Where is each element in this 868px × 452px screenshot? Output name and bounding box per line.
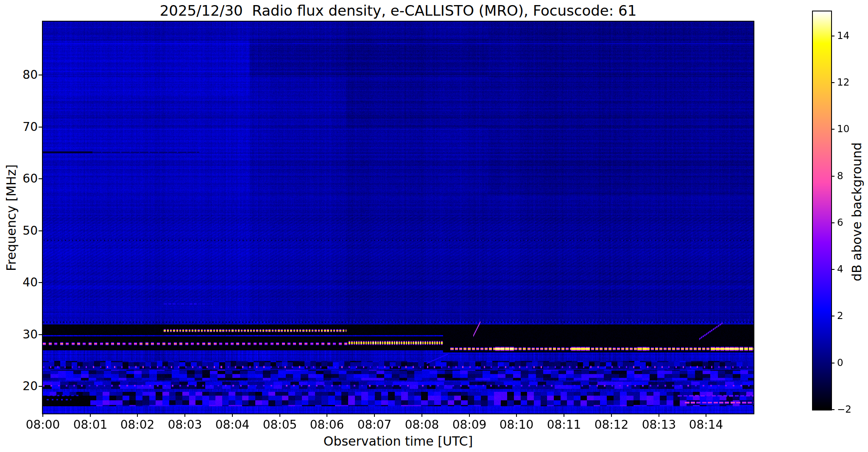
colorbar-tick-mark xyxy=(831,363,835,363)
x-tick-mark xyxy=(659,413,659,417)
y-tick-label: 40 xyxy=(0,275,38,289)
x-tick-mark xyxy=(706,413,706,417)
plot-frame xyxy=(42,21,754,414)
y-tick-mark xyxy=(39,282,42,283)
y-tick-label: 70 xyxy=(0,120,38,134)
x-tick-mark xyxy=(327,413,327,417)
colorbar-tick-label: 14 xyxy=(837,30,862,41)
colorbar-tick-mark xyxy=(831,222,835,223)
colorbar-tick-mark xyxy=(831,36,835,36)
y-tick-mark xyxy=(39,75,42,75)
x-tick-mark xyxy=(42,413,43,417)
x-tick-mark xyxy=(611,413,612,417)
y-tick-mark xyxy=(39,127,42,128)
y-tick-mark xyxy=(39,334,42,335)
x-tick-mark xyxy=(232,413,233,417)
figure-title: 2025/12/30 Radio flux density, e-CALLIST… xyxy=(43,2,754,19)
x-tick-mark xyxy=(279,413,280,417)
y-tick-label: 80 xyxy=(0,68,38,82)
colorbar-tick-label: 8 xyxy=(837,170,862,181)
colorbar-tick-label: −2 xyxy=(837,404,862,415)
colorbar-tick-label: 0 xyxy=(837,357,862,368)
y-tick-label: 30 xyxy=(0,327,38,341)
x-tick-mark xyxy=(184,413,185,417)
y-tick-mark xyxy=(39,230,42,231)
x-tick-mark xyxy=(90,413,91,417)
spectrogram-figure: 2025/12/30 Radio flux density, e-CALLIST… xyxy=(0,0,868,452)
y-tick-label: 20 xyxy=(0,379,38,393)
x-tick-label: 08:14 xyxy=(676,418,736,432)
x-tick-mark xyxy=(137,413,138,417)
x-tick-mark xyxy=(374,413,375,417)
colorbar-tick-label: 2 xyxy=(837,310,862,321)
y-tick-label: 60 xyxy=(0,172,38,186)
y-tick-mark xyxy=(39,178,42,179)
y-tick-label: 50 xyxy=(0,224,38,238)
x-axis-label: Observation time [UTC] xyxy=(43,434,754,449)
x-tick-mark xyxy=(421,413,422,417)
colorbar-tick-label: 4 xyxy=(837,263,862,275)
colorbar-tick-mark xyxy=(831,269,835,270)
x-tick-mark xyxy=(564,413,564,417)
colorbar-tick-label: 10 xyxy=(837,123,862,134)
colorbar-frame xyxy=(812,11,832,410)
colorbar-tick-label: 12 xyxy=(837,77,862,88)
colorbar-tick-mark xyxy=(831,316,835,316)
colorbar-tick-mark xyxy=(831,409,835,410)
x-tick-mark xyxy=(516,413,517,417)
colorbar-tick-mark xyxy=(831,129,835,130)
colorbar-tick-label: 6 xyxy=(837,217,862,228)
x-tick-mark xyxy=(469,413,470,417)
y-tick-mark xyxy=(39,386,42,387)
colorbar-tick-mark xyxy=(831,82,835,83)
colorbar-label: dB above background xyxy=(849,83,865,341)
colorbar-tick-mark xyxy=(831,176,835,177)
